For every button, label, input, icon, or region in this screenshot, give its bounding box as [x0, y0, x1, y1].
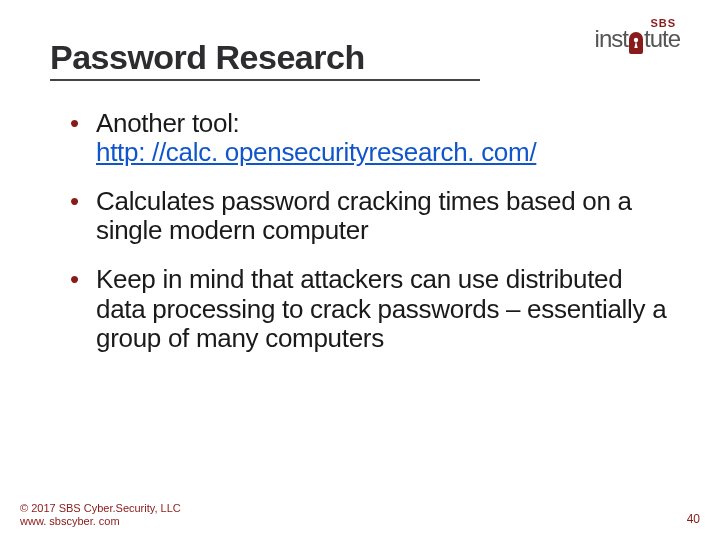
footer-url: www. sbscyber. com [20, 515, 181, 528]
title-area: Password Research [50, 38, 670, 85]
bullet-text: Calculates password cracking times based… [96, 186, 632, 245]
slide: SBS insttute Password Research Another t… [0, 0, 720, 540]
bullet-item: Calculates password cracking times based… [70, 187, 670, 245]
bullet-text: Keep in mind that attackers can use dist… [96, 264, 666, 352]
page-number: 40 [687, 512, 700, 526]
bullet-text: Another tool: [96, 108, 240, 138]
slide-title: Password Research [50, 38, 480, 81]
footer-copyright: © 2017 SBS Cyber.Security, LLC [20, 502, 181, 515]
bullet-item: Another tool: http: //calc. opensecurity… [70, 109, 670, 167]
tool-link[interactable]: http: //calc. opensecurityresearch. com/ [96, 137, 536, 167]
bullet-list: Another tool: http: //calc. opensecurity… [70, 109, 670, 353]
footer: © 2017 SBS Cyber.Security, LLC www. sbsc… [20, 502, 181, 528]
bullet-item: Keep in mind that attackers can use dist… [70, 265, 670, 352]
